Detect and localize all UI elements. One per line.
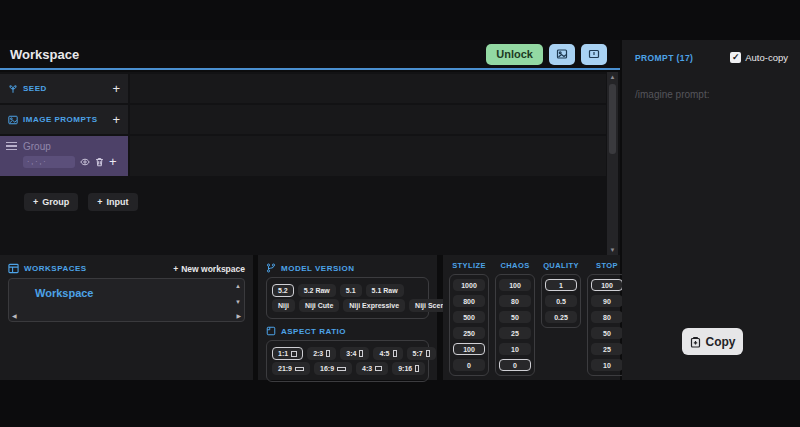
aspect-option-21-9[interactable]: 21:9: [272, 362, 310, 375]
chaos-100[interactable]: 100: [499, 279, 531, 291]
portrait-ratio-icon: [326, 350, 330, 357]
aspect-option-1-1[interactable]: 1:1: [272, 347, 303, 360]
drag-handle-icon[interactable]: [6, 145, 17, 147]
list-scroll-up-icon[interactable]: ▲: [235, 283, 241, 289]
scroll-up-icon[interactable]: ▲: [610, 72, 616, 82]
plus-icon: +: [173, 264, 178, 274]
model-option-52raw[interactable]: 5.2 Raw: [298, 284, 336, 297]
aspect-label: 1:1: [278, 350, 288, 357]
quality-1[interactable]: 1: [545, 279, 577, 291]
stop-options: 100 90 80 50 25 10: [587, 274, 627, 376]
stylize-100[interactable]: 100: [453, 343, 485, 355]
canvas-area: SEED + IMAGE PROMPTS +: [0, 72, 620, 255]
checkbox-checked-icon[interactable]: ✓: [730, 52, 741, 63]
canvas-scrollbar[interactable]: ▲ ▼: [607, 72, 618, 255]
list-scroll-left-icon[interactable]: ◀: [12, 312, 17, 319]
trash-icon[interactable]: [95, 157, 104, 167]
new-workspace-button[interactable]: + New workspace: [173, 264, 245, 274]
image-edit-icon: [556, 48, 568, 60]
seed-row-label: SEED: [23, 84, 47, 93]
wide-ratio-icon: [295, 367, 304, 371]
aspect-option-2-3[interactable]: 2:3: [307, 347, 336, 360]
model-option-51[interactable]: 5.1: [340, 284, 362, 297]
autocopy-label: Auto-copy: [745, 52, 788, 63]
copy-button[interactable]: Copy: [682, 328, 743, 355]
add-seed-button[interactable]: +: [112, 82, 120, 95]
quality-025[interactable]: 0.25: [545, 311, 577, 323]
seed-row-track[interactable]: [130, 74, 606, 103]
chaos-25[interactable]: 25: [499, 327, 531, 339]
layer-row-seed: SEED +: [0, 74, 606, 103]
stylize-500[interactable]: 500: [453, 311, 485, 323]
stylize-1000[interactable]: 1000: [453, 279, 485, 291]
stylize-800[interactable]: 800: [453, 295, 485, 307]
autocopy-toggle[interactable]: ✓ Auto-copy: [730, 52, 788, 63]
add-image-prompt-button[interactable]: +: [112, 113, 120, 126]
stylize-0[interactable]: 0: [453, 359, 485, 371]
scrollbar-thumb[interactable]: [609, 84, 616, 154]
unlock-button[interactable]: Unlock: [486, 44, 543, 65]
model-option-52[interactable]: 5.2: [272, 284, 294, 297]
aspect-label: 2:3: [313, 350, 323, 357]
chaos-10[interactable]: 10: [499, 343, 531, 355]
workspaces-section: WORKSPACES + New workspace Workspace ▲ ▼…: [0, 255, 253, 380]
quality-column: QUALITY 1 0.5 0.25: [541, 261, 581, 380]
stylize-250[interactable]: 250: [453, 327, 485, 339]
aspect-option-4-5[interactable]: 4:5: [373, 347, 402, 360]
model-option-niji-expressive[interactable]: Niji Expressive: [343, 299, 405, 312]
chaos-80[interactable]: 80: [499, 295, 531, 307]
stop-25[interactable]: 25: [591, 343, 623, 355]
aspect-option-16-9[interactable]: 16:9: [314, 362, 352, 375]
stop-10[interactable]: 10: [591, 359, 623, 371]
app-window: Workspace Unlock: [0, 40, 800, 380]
book-icon: [588, 48, 600, 60]
aspect-option-3-4[interactable]: 3:4: [340, 347, 369, 360]
group-add-button[interactable]: +: [109, 155, 117, 168]
header-actions: Unlock: [486, 44, 607, 65]
workspace-list-item[interactable]: Workspace: [35, 287, 94, 299]
quality-05[interactable]: 0.5: [545, 295, 577, 307]
group-row-track[interactable]: [130, 136, 606, 176]
prompt-panel-header: PROMPT (17) ✓ Auto-copy: [622, 40, 800, 63]
stop-100[interactable]: 100: [591, 279, 623, 291]
branch-icon: [266, 263, 276, 273]
group-row-header[interactable]: Group: [0, 136, 128, 176]
visibility-icon[interactable]: [80, 157, 90, 167]
aspect-ratio-header: ASPECT RATIO: [258, 319, 437, 336]
add-input-button[interactable]: + Input: [88, 193, 137, 211]
aspect-option-9-16[interactable]: 9:16: [392, 362, 425, 375]
copy-label: Copy: [706, 335, 736, 349]
stop-90[interactable]: 90: [591, 295, 623, 307]
workspaces-title: WORKSPACES: [24, 264, 87, 273]
portrait-ratio-icon: [393, 350, 397, 357]
group-label: Group: [23, 141, 122, 152]
scroll-down-icon[interactable]: ▼: [610, 245, 616, 255]
stop-80[interactable]: 80: [591, 311, 623, 323]
image-prompts-row-header[interactable]: IMAGE PROMPTS +: [0, 105, 128, 134]
stylize-options: 1000 800 500 250 100 0: [449, 274, 489, 376]
list-scroll-right-icon[interactable]: ▶: [236, 312, 241, 319]
add-group-button[interactable]: + Group: [24, 193, 78, 211]
export-image-button[interactable]: [549, 44, 575, 65]
aspect-option-4-3[interactable]: 4:3: [356, 362, 388, 375]
chaos-0[interactable]: 0: [499, 359, 531, 371]
group-input[interactable]: [23, 156, 75, 168]
docs-button[interactable]: [581, 44, 607, 65]
aspect-option-5-7[interactable]: 5:7: [407, 347, 436, 360]
chaos-50[interactable]: 50: [499, 311, 531, 323]
model-option-niji-cute[interactable]: Niji Cute: [299, 299, 339, 312]
stylize-title: STYLIZE: [452, 261, 486, 270]
model-option-niji[interactable]: Niji: [272, 299, 295, 312]
stop-50[interactable]: 50: [591, 327, 623, 339]
image-prompts-row-track[interactable]: [130, 105, 606, 134]
workspaces-header: WORKSPACES + New workspace: [0, 255, 253, 274]
seed-row-header[interactable]: SEED +: [0, 74, 128, 103]
canvas-add-bar: + Group + Input: [24, 193, 138, 211]
portrait-ratio-icon: [359, 350, 363, 357]
group-body: Group: [23, 141, 122, 168]
clipboard-icon: [690, 336, 701, 348]
stylize-column: STYLIZE 1000 800 500 250 100 0: [449, 261, 489, 380]
page-title: Workspace: [10, 47, 79, 62]
list-scroll-down-icon[interactable]: ▼: [235, 299, 241, 305]
model-option-51raw[interactable]: 5.1 Raw: [366, 284, 404, 297]
